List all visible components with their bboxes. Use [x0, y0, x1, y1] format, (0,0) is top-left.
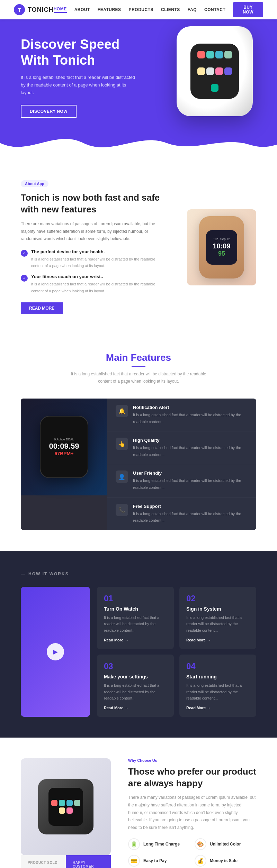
about-feature-1: ✓ The perfect device for your health. It…: [21, 249, 166, 269]
stat-sold: PRODUCT SOLD 1,850: [21, 855, 66, 868]
features-heading-main: Main: [106, 352, 128, 363]
stat-sold-label: PRODUCT SOLD: [28, 861, 59, 865]
feature-3-title: User Friendly: [133, 470, 248, 476]
nav-about[interactable]: ABOUT: [74, 7, 90, 12]
app-icon-1: [197, 51, 205, 58]
product-stats: PRODUCT SOLD 1,850 HAPPY CUSTOMER 1,850: [21, 855, 111, 868]
logo[interactable]: T TONICH: [14, 4, 54, 15]
feature-3-text: User Friendly It is a long established f…: [133, 470, 248, 491]
step-4-number: 04: [186, 661, 249, 671]
why-feature-3-label: Easy to Pay: [143, 858, 167, 863]
nav-features[interactable]: FEATURES: [98, 7, 121, 12]
feature-row-1: 🔔 Notification Alert It is a long establ…: [107, 399, 256, 431]
step-3-link[interactable]: Read More →: [104, 706, 167, 710]
app-icon-8: [224, 67, 232, 75]
user-icon: 👤: [116, 470, 128, 483]
feature-row-2: 👆 High Quality It is a long established …: [107, 431, 256, 464]
money-icon: 💰: [195, 855, 206, 867]
app-w4: [74, 800, 80, 806]
hero-title: Discover Speed With Tonich: [21, 37, 138, 68]
read-more-button[interactable]: READ MORE: [21, 302, 63, 314]
why-feature-1: 🔋 Long Time Charge: [128, 838, 190, 850]
step-1-desc: It is a long established fact that a rea…: [104, 614, 167, 634]
hero-description: It is a long established fact that a rea…: [21, 74, 138, 97]
nav-clients[interactable]: CLIENTS: [161, 7, 180, 12]
play-button[interactable]: ▶: [47, 643, 64, 660]
nav-links: HOME ABOUT FEATURES PRODUCTS CLIENTS FAQ…: [54, 2, 263, 17]
feature-4-desc: It is a long established fact that a rea…: [133, 512, 241, 523]
watch-value: 95: [218, 250, 225, 257]
why-watch-display: [38, 779, 93, 834]
app-w5: [59, 807, 65, 814]
about-feature-1-text: The perfect device for your health. It i…: [31, 249, 166, 269]
step-4: 04 Start running It is a long establishe…: [179, 655, 256, 717]
watch-photo-inner: [21, 758, 111, 855]
why-badge: Why Choose Us: [128, 758, 256, 762]
how-section: HOW IT WORKS ▶ 01 Turn On Watch It is a …: [0, 551, 277, 738]
features-underline: [132, 366, 145, 367]
how-grid: ▶ 01 Turn On Watch It is a long establis…: [21, 587, 256, 717]
why-features-grid: 🔋 Long Time Charge 🎨 Unlimited Color 💳 E…: [128, 838, 256, 868]
features-title-block: Main Features It is a long established f…: [21, 352, 256, 385]
buy-now-button[interactable]: BUY NOW: [233, 2, 263, 17]
step-4-link[interactable]: Read More →: [186, 706, 249, 710]
stat-sold-value: 1,850: [28, 866, 59, 868]
about-feature-2-desc: It is a long established fact that a rea…: [31, 282, 155, 293]
app-w3: [66, 800, 73, 806]
feature-watch-image: 0 Active DEAL 00:09.59 67BPM+: [21, 399, 107, 530]
app-w2: [59, 800, 65, 806]
step-3-desc: It is a long established fact that a rea…: [104, 682, 167, 702]
hero-watch-image: [177, 26, 253, 116]
step-1: 01 Turn On Watch It is a long establishe…: [97, 587, 174, 649]
watch-apps-grid: [48, 797, 83, 816]
app-icon-6: [206, 67, 214, 75]
features-description: It is a long established fact that a rea…: [69, 371, 208, 385]
features-heading-accent: Features: [131, 352, 171, 363]
support-icon: 📞: [116, 504, 128, 516]
hero-watch-screen: [190, 44, 239, 99]
about-watch-image: Tue, Sep 12 10:09 95: [187, 209, 256, 285]
app-icon-4: [224, 51, 232, 58]
step-3: 03 Make your settings It is a long estab…: [97, 655, 174, 717]
watch-display-time: 00:09.59: [49, 442, 79, 451]
discover-button[interactable]: DISCOVERY NOW: [21, 105, 77, 118]
step-3-title: Make your settings: [104, 674, 167, 679]
watch-time: 10:09: [213, 242, 230, 250]
step-4-title: Start running: [186, 674, 249, 679]
app-icon-2: [206, 51, 214, 58]
nav-faq[interactable]: FAQ: [188, 7, 197, 12]
check-icon-1: ✓: [21, 250, 28, 257]
feature-row-3: 👤 User Friendly It is a long established…: [107, 464, 256, 497]
pay-icon: 💳: [128, 855, 140, 867]
how-video-inner: ▶: [21, 587, 90, 717]
quality-icon: 👆: [116, 438, 128, 450]
step-2-link[interactable]: Read More →: [186, 638, 249, 642]
logo-text: TONICH: [28, 6, 54, 13]
app-icon-5: [197, 67, 205, 75]
feature-2-desc: It is a long established fact that a rea…: [133, 446, 241, 457]
step-1-number: 01: [104, 594, 167, 603]
feature-3-desc: It is a long established fact that a rea…: [133, 478, 241, 490]
step-2-number: 02: [186, 594, 249, 603]
about-title: Tonich is now both fast and safe with ne…: [21, 192, 166, 216]
step-4-desc: It is a long established fact that a rea…: [186, 682, 249, 702]
nav-contact[interactable]: CONTACT: [204, 7, 225, 12]
pink-watch-screen: Tue, Sep 12 10:09 95: [206, 230, 237, 265]
nav-products[interactable]: PRODUCTS: [129, 7, 153, 12]
why-feature-4-label: Money is Safe: [210, 858, 238, 863]
app-icon-3: [215, 51, 223, 58]
check-icon-2: ✓: [21, 275, 28, 282]
feature-row-4: 📞 Free Support It is a long established …: [107, 497, 256, 530]
nav-home[interactable]: HOME: [54, 7, 67, 13]
features-grid: 0 Active DEAL 00:09.59 67BPM+ 🔔 Notifica…: [21, 399, 256, 530]
notification-icon: 🔔: [116, 405, 128, 417]
watch-active-label: 0 Active DEAL: [54, 438, 74, 441]
app-w1: [51, 800, 57, 806]
why-feature-3: 💳 Easy to Pay: [128, 855, 190, 867]
step-1-link[interactable]: Read More →: [104, 638, 167, 642]
feature-2-text: High Quality It is a long established fa…: [133, 438, 248, 458]
watch-date: Tue, Sep 12: [213, 237, 230, 241]
about-description: There are many variations of passages of…: [21, 220, 166, 243]
step-1-title: Turn On Watch: [104, 606, 167, 612]
step-2-title: Sign in System: [186, 606, 249, 612]
